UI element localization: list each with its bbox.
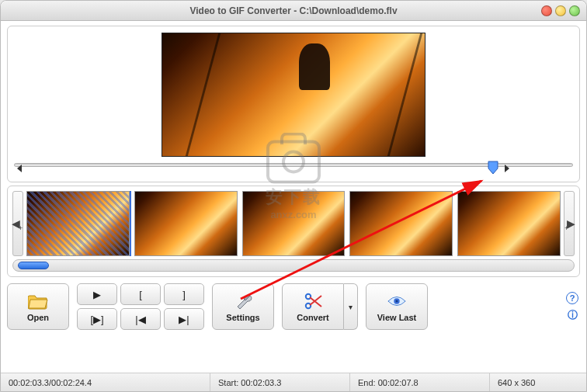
thumbnail-item[interactable]: [134, 191, 238, 256]
window-controls: [541, 5, 580, 16]
main-toolbar: Open ▶ [ ] [▶] |◀ ▶| Settings: [7, 280, 580, 335]
minimize-icon[interactable]: [555, 5, 566, 16]
folder-icon: [28, 291, 48, 311]
thumbnail-item[interactable]: [26, 191, 130, 256]
range-end-marker[interactable]: [503, 162, 509, 175]
timeline[interactable]: [14, 163, 573, 175]
maximize-icon[interactable]: [569, 5, 580, 16]
scrollbar-thumb[interactable]: [18, 262, 49, 269]
prev-frame-button[interactable]: |◀: [120, 308, 161, 330]
convert-label: Convert: [297, 313, 329, 322]
thumbnail-scrollbar[interactable]: [12, 259, 575, 272]
next-frame-button[interactable]: ▶|: [164, 308, 204, 330]
help-icon[interactable]: ?: [566, 292, 578, 304]
playhead-marker[interactable]: [488, 161, 498, 173]
play-range-button[interactable]: [▶]: [77, 308, 117, 330]
thumbnail-item[interactable]: [457, 191, 561, 256]
range-start-marker[interactable]: [17, 162, 23, 175]
open-button[interactable]: Open: [7, 283, 69, 330]
thumbs-prev-button[interactable]: ◀+: [12, 191, 23, 256]
info-icon[interactable]: ⓘ: [566, 309, 578, 321]
settings-label: Settings: [226, 313, 259, 322]
eye-icon: [387, 291, 407, 311]
convert-dropdown[interactable]: ▾: [344, 283, 358, 330]
titlebar: Video to GIF Converter - C:\Download\dem…: [1, 1, 586, 21]
convert-combo: Convert ▾: [282, 283, 358, 330]
playback-controls: ▶ [ ] [▶] |◀ ▶|: [77, 283, 204, 330]
video-preview[interactable]: [162, 33, 425, 157]
preview-panel: [7, 26, 580, 182]
thumbnail-strip: [26, 191, 561, 256]
svg-point-3: [396, 300, 398, 303]
view-last-button[interactable]: View Last: [366, 283, 428, 330]
thumbnail-item[interactable]: [242, 191, 346, 256]
settings-button[interactable]: Settings: [212, 283, 274, 330]
status-dimensions: 640 x 360: [490, 373, 586, 391]
thumbs-next-button[interactable]: +▶: [564, 191, 575, 256]
mark-out-button[interactable]: ]: [164, 283, 204, 305]
status-time: 00:02:03.3/00:02:24.4: [1, 373, 210, 391]
open-label: Open: [27, 313, 49, 322]
tools-icon: [233, 291, 253, 311]
status-end: End: 00:02:07.8: [350, 373, 490, 391]
close-icon[interactable]: [541, 5, 552, 16]
convert-button[interactable]: Convert: [282, 283, 344, 330]
window-title: Video to GIF Converter - C:\Download\dem…: [189, 5, 397, 16]
app-window: Video to GIF Converter - C:\Download\dem…: [0, 0, 587, 392]
side-icons: ? ⓘ: [566, 283, 580, 330]
thumbnail-item[interactable]: [349, 191, 453, 256]
view-last-label: View Last: [377, 313, 417, 322]
status-start: Start: 00:02:03.3: [210, 373, 350, 391]
scissors-icon: [303, 291, 323, 311]
thumbnail-panel: ◀+ +▶: [7, 186, 580, 277]
status-bar: 00:02:03.3/00:02:24.4 Start: 00:02:03.3 …: [1, 373, 586, 391]
content-area: ◀+ +▶ Open: [1, 21, 586, 373]
mark-in-button[interactable]: [: [120, 283, 161, 305]
play-button[interactable]: ▶: [77, 283, 117, 305]
